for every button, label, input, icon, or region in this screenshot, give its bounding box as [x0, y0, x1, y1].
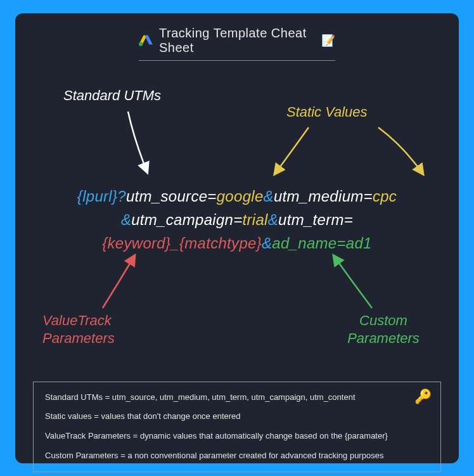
url-template: {lpurl}?utm_source=google&utm_medium=cpc… — [33, 184, 441, 255]
url-custom-key: ad_name — [272, 235, 336, 252]
page-title: Tracking Template Cheat Sheet — [159, 26, 315, 55]
key-icon: 🔑 — [414, 389, 432, 405]
google-ads-icon — [139, 34, 153, 47]
legend-standard: Standard UTMs = utm_source, utm_medium, … — [45, 392, 429, 403]
url-custom-val: ad1 — [346, 235, 372, 252]
arrow-static-2 — [369, 124, 432, 181]
cheat-sheet-card: Tracking Template Cheat Sheet 📝 Standard… — [15, 13, 459, 463]
url-utm-medium-val: cpc — [373, 188, 397, 205]
arrow-valuetrack — [96, 251, 147, 314]
legend-valuetrack: ValueTrack Parameters = dynamic values t… — [45, 431, 429, 442]
label-custom: Custom Parameters — [336, 312, 431, 348]
url-utm-campaign-key: utm_campaign — [131, 211, 233, 228]
diagram-canvas: Standard UTMs Static Values ValueTrack P… — [33, 61, 441, 378]
label-standard-utms: Standard UTMs — [63, 87, 161, 104]
legend-static: Static values = values that don't change… — [45, 411, 429, 422]
arrow-custom — [324, 251, 381, 314]
url-lpurl: {lpurl}? — [77, 188, 126, 205]
arrow-standard — [122, 108, 160, 178]
url-utm-campaign-val: trial — [243, 211, 268, 228]
url-utm-term-key: utm_term — [278, 211, 344, 228]
label-static-values: Static Values — [286, 104, 368, 120]
label-valuetrack: ValueTrack Parameters — [42, 312, 115, 348]
svg-point-0 — [139, 42, 143, 46]
legend-custom: Custom Parameters = a non conventional p… — [45, 451, 429, 461]
legend-box: 🔑 Standard UTMs = utm_source, utm_medium… — [33, 382, 441, 473]
url-valuetrack: {keyword}_{matchtype} — [102, 235, 262, 252]
memo-icon: 📝 — [321, 34, 335, 48]
url-utm-source-val: google — [217, 188, 264, 205]
url-utm-medium-key: utm_medium — [274, 188, 364, 205]
url-utm-source-key: utm_source — [126, 188, 207, 205]
arrow-static-1 — [267, 124, 318, 181]
header: Tracking Template Cheat Sheet 📝 — [139, 26, 335, 61]
